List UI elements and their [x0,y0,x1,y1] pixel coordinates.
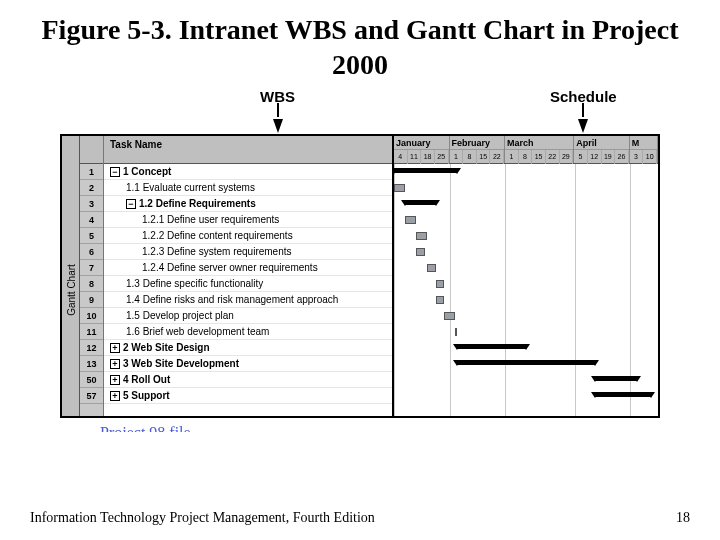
task-label: 2 Web Site Design [123,342,210,353]
view-bar-label: Gantt Chart [65,264,76,316]
week-tick: 22 [490,150,504,164]
task-label: 3 Web Site Development [123,358,239,369]
task-row[interactable]: 1.5 Develop project plan [104,308,392,324]
summary-bar[interactable] [405,200,436,205]
gantt-body [394,164,658,416]
expand-icon[interactable]: + [110,343,120,353]
task-bar[interactable] [394,184,405,192]
task-row[interactable]: 1.2.2 Define content requirements [104,228,392,244]
row-number: 5 [80,228,103,244]
task-label: 4 Roll Out [123,374,170,385]
expand-icon[interactable]: + [110,359,120,369]
task-row[interactable]: +3 Web Site Development [104,356,392,372]
week-tick: 5 [574,150,588,164]
task-row[interactable]: 1.6 Brief web development team [104,324,392,340]
task-label: 5 Support [123,390,170,401]
summary-bar[interactable] [394,168,457,173]
task-row[interactable]: 1.4 Define risks and risk management app… [104,292,392,308]
row-number: 50 [80,372,103,388]
footer-text: Information Technology Project Managemen… [30,510,375,526]
gantt-chart-area: January4111825February181522March1815222… [394,136,658,416]
callout-wbs: WBS [260,88,295,133]
task-bar[interactable] [416,248,424,256]
callout-wbs-label: WBS [260,88,295,105]
project-file-link[interactable]: Project 98 file [100,424,191,442]
week-tick: 12 [588,150,602,164]
callout-schedule-label: Schedule [550,88,617,105]
week-tick: 4 [394,150,408,164]
week-tick: 10 [643,150,657,164]
task-row[interactable]: −1 Concept [104,164,392,180]
slide-number: 18 [676,510,690,526]
week-tick: 29 [560,150,574,164]
week-tick: 25 [435,150,449,164]
row-number: 10 [80,308,103,324]
row-number: 6 [80,244,103,260]
month-column: February181522 [450,136,506,163]
week-tick: 1 [505,150,519,164]
task-name-column: Task Name −1 Concept1.1 Evaluate current… [104,136,394,416]
row-number: 11 [80,324,103,340]
arrow-down-icon [273,119,283,133]
task-row[interactable]: +4 Roll Out [104,372,392,388]
task-bar[interactable] [416,232,427,240]
summary-bar[interactable] [457,344,526,349]
arrow-down-icon [578,119,588,133]
task-label: 1.1 Evaluate current systems [126,182,255,193]
row-number: 13 [80,356,103,372]
summary-bar[interactable] [595,392,651,397]
month-column: March18152229 [505,136,574,163]
row-number: 57 [80,388,103,404]
week-tick: 11 [408,150,422,164]
month-column: April5121926 [574,136,630,163]
task-row[interactable]: 1.2.3 Define system requirements [104,244,392,260]
callouts: WBS Schedule [60,88,660,134]
task-label: 1 Concept [123,166,171,177]
task-label: 1.4 Define risks and risk management app… [126,294,338,305]
task-label: 1.2.4 Define server owner requirements [142,262,318,273]
month-column: M310 [630,136,658,163]
week-tick: 19 [602,150,616,164]
summary-bar[interactable] [595,376,637,381]
task-name-header: Task Name [104,136,392,164]
week-tick: 22 [546,150,560,164]
collapse-icon[interactable]: − [126,199,136,209]
expand-icon[interactable]: + [110,375,120,385]
task-bar[interactable] [405,216,416,224]
summary-bar[interactable] [457,360,596,365]
row-number: 7 [80,260,103,276]
week-tick: 15 [477,150,491,164]
row-number: 1 [80,164,103,180]
month-label: M [630,136,657,150]
task-bar[interactable] [436,296,444,304]
task-row[interactable]: −1.2 Define Requirements [104,196,392,212]
task-label: 1.6 Brief web development team [126,326,269,337]
week-tick: 26 [615,150,629,164]
task-row[interactable]: +2 Web Site Design [104,340,392,356]
month-label: February [450,136,505,150]
task-row[interactable]: 1.3 Define specific functionality [104,276,392,292]
task-bar[interactable] [436,280,444,288]
task-bar[interactable] [427,264,435,272]
task-row[interactable]: 1.1 Evaluate current systems [104,180,392,196]
week-tick: 15 [532,150,546,164]
row-number: 4 [80,212,103,228]
row-number: 9 [80,292,103,308]
view-bar[interactable]: Gantt Chart [62,136,80,416]
task-row[interactable]: 1.2.1 Define user requirements [104,212,392,228]
week-tick: 8 [519,150,533,164]
slide-title: Figure 5-3. Intranet WBS and Gantt Chart… [40,12,680,82]
task-bar[interactable] [444,312,455,320]
task-label: 1.2.1 Define user requirements [142,214,279,225]
expand-icon[interactable]: + [110,391,120,401]
month-column: January4111825 [394,136,450,163]
task-bar[interactable] [455,328,457,336]
task-row[interactable]: +5 Support [104,388,392,404]
callout-schedule: Schedule [550,88,617,133]
row-number: 8 [80,276,103,292]
month-label: January [394,136,449,150]
collapse-icon[interactable]: − [110,167,120,177]
task-row[interactable]: 1.2.4 Define server owner requirements [104,260,392,276]
row-number: 2 [80,180,103,196]
task-label: 1.2.3 Define system requirements [142,246,292,257]
